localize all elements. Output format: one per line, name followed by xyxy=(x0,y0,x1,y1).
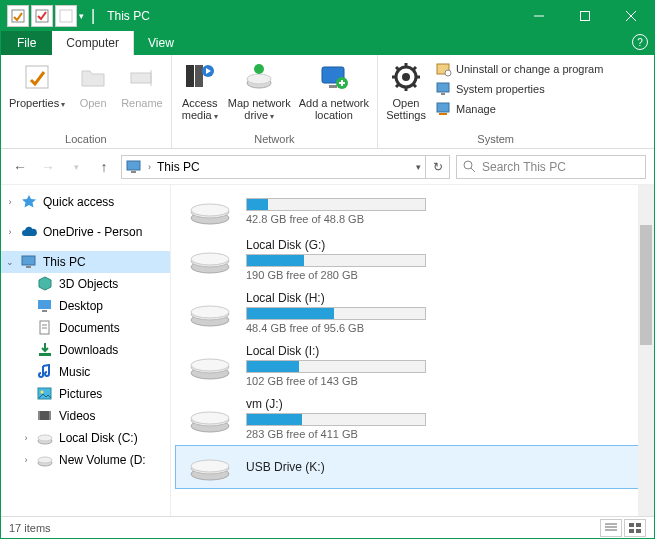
svg-point-37 xyxy=(464,161,472,169)
tiles-view-button[interactable] xyxy=(624,519,646,537)
recent-dropdown[interactable]: ▾ xyxy=(65,156,87,178)
tree-item[interactable]: ›Quick access xyxy=(1,191,170,213)
up-button[interactable]: ↑ xyxy=(93,156,115,178)
forward-button[interactable]: → xyxy=(37,156,59,178)
tree-item[interactable]: Documents xyxy=(1,317,170,339)
open-button[interactable]: Open xyxy=(69,57,117,129)
drive-icon xyxy=(186,349,234,383)
tree-item[interactable]: Pictures xyxy=(1,383,170,405)
drive-icon xyxy=(186,402,234,436)
tree-item[interactable]: Desktop xyxy=(1,295,170,317)
disk-icon xyxy=(37,452,53,468)
tree-item[interactable]: Videos xyxy=(1,405,170,427)
pc-icon xyxy=(21,254,37,270)
tab-view[interactable]: View xyxy=(134,31,188,55)
maximize-button[interactable] xyxy=(562,1,608,31)
rename-button[interactable]: Rename xyxy=(117,57,167,129)
status-bar: 17 items xyxy=(1,516,654,538)
manage-icon xyxy=(436,101,452,117)
svg-line-38 xyxy=(471,168,475,172)
drive-item[interactable]: vm (J:)283 GB free of 411 GB xyxy=(175,392,650,445)
svg-rect-80 xyxy=(636,529,641,533)
address-dropdown-icon[interactable]: ▾ xyxy=(416,162,421,172)
drive-item[interactable]: USB Drive (K:) xyxy=(175,445,650,489)
tree-item[interactable]: ›New Volume (D: xyxy=(1,449,170,471)
svg-point-14 xyxy=(247,74,271,84)
cube-icon xyxy=(37,276,53,292)
uninstall-program-button[interactable]: Uninstall or change a program xyxy=(432,59,607,79)
tree-item-label: Videos xyxy=(59,409,95,423)
tree-item[interactable]: ›OneDrive - Person xyxy=(1,221,170,243)
tree-item-label: Music xyxy=(59,365,90,379)
qat-check-icon[interactable] xyxy=(31,5,53,27)
properties-button[interactable]: Properties xyxy=(5,57,69,129)
add-network-location-icon xyxy=(318,61,350,93)
tab-computer[interactable]: Computer xyxy=(52,31,134,55)
back-button[interactable]: ← xyxy=(9,156,31,178)
minimize-button[interactable] xyxy=(516,1,562,31)
qat-dropdown-icon[interactable]: ▾ xyxy=(79,11,87,21)
map-network-drive-button[interactable]: Map network drive xyxy=(224,57,295,129)
svg-rect-7 xyxy=(26,66,48,88)
expand-icon[interactable]: › xyxy=(21,455,31,465)
settings-icon xyxy=(390,61,422,93)
help-button[interactable]: ? xyxy=(632,34,648,50)
svg-rect-18 xyxy=(329,85,337,88)
properties-icon xyxy=(21,61,53,93)
expand-icon[interactable]: › xyxy=(5,197,15,207)
capacity-bar xyxy=(246,360,426,373)
tab-file[interactable]: File xyxy=(1,31,52,55)
chevron-right-icon[interactable]: › xyxy=(148,162,151,172)
svg-point-48 xyxy=(41,391,44,394)
svg-point-31 xyxy=(445,70,451,76)
svg-point-61 xyxy=(191,253,229,265)
open-settings-button[interactable]: Open Settings xyxy=(382,57,430,129)
drive-item[interactable]: Local Disk (H:)48.4 GB free of 95.6 GB xyxy=(175,286,650,339)
drive-free-text: 283 GB free of 411 GB xyxy=(246,428,639,440)
access-media-icon xyxy=(184,61,216,93)
drive-item[interactable]: Local Disk (G:)190 GB free of 280 GB xyxy=(175,233,650,286)
ribbon-tabs: File Computer View ? xyxy=(1,31,654,55)
qat-blank-icon[interactable] xyxy=(55,5,77,27)
scrollbar-thumb[interactable] xyxy=(640,225,652,345)
titlebar: ▾ | This PC xyxy=(1,1,654,31)
tree-item[interactable]: ⌄This PC xyxy=(1,251,170,273)
qat-properties-icon[interactable] xyxy=(7,5,29,27)
expand-icon[interactable]: › xyxy=(21,433,31,443)
svg-rect-34 xyxy=(437,103,449,112)
tree-item[interactable]: Downloads xyxy=(1,339,170,361)
svg-rect-36 xyxy=(131,171,136,173)
search-input[interactable]: Search This PC xyxy=(456,155,646,179)
svg-rect-78 xyxy=(636,523,641,527)
vertical-scrollbar[interactable] xyxy=(638,185,654,516)
access-media-button[interactable]: Access media xyxy=(176,57,224,129)
svg-rect-4 xyxy=(581,12,590,21)
tree-item[interactable]: Music xyxy=(1,361,170,383)
close-button[interactable] xyxy=(608,1,654,31)
map-network-drive-icon xyxy=(243,61,275,93)
address-bar[interactable]: › This PC ▾ xyxy=(121,155,426,179)
expand-icon[interactable]: › xyxy=(5,227,15,237)
svg-rect-32 xyxy=(437,83,449,92)
expand-icon[interactable]: ⌄ xyxy=(5,257,15,267)
tree-item[interactable]: 3D Objects xyxy=(1,273,170,295)
details-view-button[interactable] xyxy=(600,519,622,537)
drive-item[interactable]: Local Disk (I:)102 GB free of 143 GB xyxy=(175,339,650,392)
system-properties-icon xyxy=(436,81,452,97)
tree-item-label: This PC xyxy=(43,255,86,269)
video-icon xyxy=(37,408,53,424)
navigation-pane[interactable]: ›Quick access›OneDrive - Person⌄This PC3… xyxy=(1,185,171,516)
open-icon xyxy=(77,61,109,93)
picture-icon xyxy=(37,386,53,402)
drive-icon xyxy=(186,296,234,330)
tree-item-label: Pictures xyxy=(59,387,102,401)
refresh-button[interactable]: ↻ xyxy=(426,155,450,179)
add-network-location-button[interactable]: Add a network location xyxy=(295,57,373,129)
svg-point-55 xyxy=(38,457,52,463)
content-pane[interactable]: 42.8 GB free of 48.8 GBLocal Disk (G:)19… xyxy=(171,185,654,516)
system-properties-button[interactable]: System properties xyxy=(432,79,607,99)
drive-item[interactable]: 42.8 GB free of 48.8 GB xyxy=(175,189,650,233)
tree-item[interactable]: ›Local Disk (C:) xyxy=(1,427,170,449)
drive-free-text: 190 GB free of 280 GB xyxy=(246,269,639,281)
manage-button[interactable]: Manage xyxy=(432,99,607,119)
